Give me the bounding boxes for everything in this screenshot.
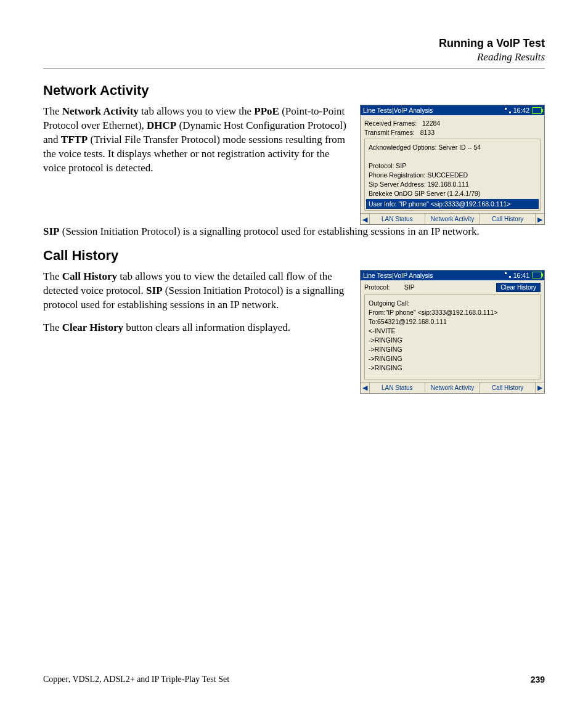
- device1-tab-left-arrow[interactable]: ◀: [361, 214, 370, 224]
- screenshot-network-activity: Line Tests|VoIP Analysis 16:42 Received …: [360, 105, 545, 225]
- device2-time: 16:41: [513, 272, 529, 279]
- device2-tab-lan-status[interactable]: LAN Status: [370, 383, 425, 393]
- device2-tab-call-history[interactable]: Call History: [480, 383, 535, 393]
- device1-ack-line: Acknowledged Options: Server ID -- 54: [369, 144, 536, 151]
- footer-page-number: 239: [531, 675, 545, 684]
- device2-title: Line Tests|VoIP Analysis: [363, 272, 433, 279]
- device2-log-line: ->RINGING: [369, 355, 536, 362]
- device2-log-line: Outgoing Call:: [369, 299, 536, 307]
- paragraph-call-history-2: The Clear History button clears all info…: [43, 321, 349, 335]
- screenshot-call-history: Line Tests|VoIP Analysis 16:41 Protocol:…: [360, 270, 545, 394]
- footer-product-name: Copper, VDSL2, ADSL2+ and IP Triple-Play…: [43, 675, 229, 684]
- device2-log-line: ->RINGING: [369, 336, 536, 344]
- paragraph-call-history-1: The Call History tab allows you to view …: [43, 270, 349, 312]
- device1-server-line: Brekeke OnDO SIP Server (1.2.4.1/79): [369, 190, 536, 197]
- device1-tab-right-arrow[interactable]: ▶: [535, 214, 544, 224]
- device1-rx-label: Received Frames:: [364, 120, 417, 127]
- network-icon: [505, 108, 511, 113]
- device1-time: 16:42: [513, 107, 529, 114]
- device2-protocol-value: SIP: [404, 283, 415, 291]
- battery-icon: [532, 107, 542, 114]
- heading-network-activity: Network Activity: [43, 83, 545, 99]
- heading-call-history: Call History: [43, 248, 545, 264]
- device2-protocol-label: Protocol:: [364, 283, 390, 291]
- device2-log-line: ->RINGING: [369, 364, 536, 371]
- device1-tx-value: 8133: [420, 129, 435, 136]
- clear-history-button[interactable]: Clear History: [496, 283, 541, 292]
- device1-rx-value: 12284: [422, 120, 440, 127]
- device1-title: Line Tests|VoIP Analysis: [363, 107, 433, 114]
- device1-userinfo-line: User Info: "IP phone" <sip:3333@192.168.…: [366, 199, 539, 209]
- device2-tab-right-arrow[interactable]: ▶: [535, 383, 544, 393]
- device1-tx-label: Transmit Frames:: [364, 129, 415, 136]
- paragraph-network-activity-1: The Network Activity tab allows you to v…: [43, 105, 349, 176]
- device1-protocol-line: Protocol: SIP: [369, 162, 536, 169]
- header-section-subtitle: Reading Results: [43, 51, 545, 63]
- device1-tab-call-history[interactable]: Call History: [480, 214, 535, 224]
- device1-address-line: Sip Server Address: 192.168.0.111: [369, 181, 536, 188]
- battery-icon: [532, 272, 542, 278]
- device1-tab-network-activity[interactable]: Network Activity: [425, 214, 481, 224]
- device2-log-line: <-INVITE: [369, 327, 536, 335]
- device2-log-line: To:654321@192.168.0.111: [369, 318, 536, 325]
- device1-tab-lan-status[interactable]: LAN Status: [370, 214, 425, 224]
- network-icon: [505, 272, 511, 278]
- device2-log-line: ->RINGING: [369, 346, 536, 353]
- device2-log-line: From:"IP phone" <sip:3333@192.168.0.111>: [369, 309, 536, 316]
- device2-tab-network-activity[interactable]: Network Activity: [425, 383, 481, 393]
- header-chapter-title: Running a VoIP Test: [43, 37, 545, 50]
- header-rule: [43, 68, 545, 69]
- device2-tab-left-arrow[interactable]: ◀: [361, 383, 370, 393]
- paragraph-network-activity-2: SIP (Session Initiation Protocol) is a s…: [43, 225, 545, 239]
- device1-registration-line: Phone Registration: SUCCEEDED: [369, 171, 536, 179]
